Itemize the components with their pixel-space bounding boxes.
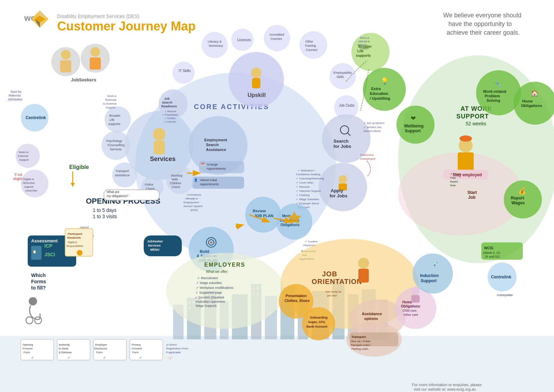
icp-label: ICP bbox=[44, 243, 52, 249]
transport-orient-text2: Own car / Public bbox=[350, 340, 370, 343]
jobseeker-menu-text2: Services bbox=[148, 244, 161, 247]
it-skills-text1: IT Skills bbox=[179, 69, 191, 73]
job-readiness-text1: Job bbox=[164, 97, 170, 100]
monitor-job: ✓ Monitor Job bbox=[364, 126, 382, 129]
psychology-text2: /Counselling bbox=[107, 143, 125, 147]
check-paid-text2: Paid bbox=[450, 176, 456, 179]
at-work-text2: SUPPORT bbox=[456, 113, 489, 120]
employer-disclosure-text2: Disclosure bbox=[94, 347, 107, 350]
svg-point-59 bbox=[411, 287, 420, 295]
broader-life-services-text3: supports bbox=[108, 122, 120, 126]
jobseeker-menu-text3: MENU bbox=[150, 248, 160, 251]
services-label: Services bbox=[150, 155, 176, 162]
commence-text2: officially in bbox=[185, 197, 198, 200]
svg-rect-55 bbox=[60, 60, 71, 72]
employers-title: EMPLOYERS bbox=[204, 262, 245, 268]
svg-point-72 bbox=[29, 297, 37, 305]
employment-search-text2: Search bbox=[206, 143, 219, 147]
refer-external-text3: Support bbox=[19, 158, 29, 161]
assistance-text1: Assistance bbox=[362, 312, 382, 316]
psychology-text3: Services bbox=[110, 148, 122, 151]
onboarding-text3: Bank Account bbox=[306, 325, 327, 328]
report-wages-text2: Wages bbox=[511, 201, 525, 205]
it-skills-circle bbox=[172, 62, 195, 84]
or-direct-text: or Direct bbox=[166, 343, 177, 346]
svg-text:🏠: 🏠 bbox=[531, 90, 539, 97]
svg-point-30 bbox=[251, 68, 261, 78]
refer-external-text2: External bbox=[18, 154, 28, 158]
employer-disclosure-text3: Form bbox=[96, 351, 103, 354]
obligations-text2: my obligations? bbox=[107, 194, 128, 198]
arrange-appointments-text2: Appointments bbox=[207, 167, 226, 170]
jsci-label: JSCI bbox=[44, 252, 55, 257]
svg-text:✓: ✓ bbox=[139, 356, 142, 359]
home-oblig-orient-text1: Home bbox=[402, 300, 412, 304]
wage-subsidies-text: ✓ Wage Subsidies bbox=[296, 198, 319, 201]
confirm-placement-text: ✓ Confirm bbox=[305, 240, 318, 243]
apply-jobs-text1: Apply bbox=[331, 188, 343, 193]
authority-text3: & Release bbox=[59, 351, 72, 354]
wcig-weeks-text1: WCIG bbox=[484, 246, 493, 250]
employers-subtitle: What we offer: bbox=[206, 270, 228, 274]
check-paid-text4: Role bbox=[450, 184, 456, 187]
commence-text3: Employment bbox=[184, 201, 199, 204]
cover-letter-text: ✓ Cover letter bbox=[296, 181, 314, 184]
svg-text:✓: ✓ bbox=[31, 356, 34, 359]
svg-rect-63 bbox=[458, 152, 474, 171]
logo-group: wcig bbox=[24, 10, 48, 28]
handbook-text3: Rights & bbox=[68, 241, 77, 244]
arrange-appointments-text1: Arrange bbox=[207, 163, 218, 166]
svg-point-73 bbox=[26, 317, 33, 324]
induction-text1: Induction bbox=[420, 273, 439, 278]
transport-services-text1: Transport bbox=[116, 169, 129, 173]
broader-life-services-circle bbox=[105, 106, 131, 133]
clothing-text: ✓ Clothing bbox=[296, 194, 310, 197]
start-referred-text1: Start for bbox=[10, 90, 21, 93]
svg-text:✓ Presentation: ✓ Presentation bbox=[162, 114, 178, 116]
coaching-text: ✓ Coaching/Mentoring bbox=[296, 177, 324, 180]
home-oblig-atwork-text2: Obligations bbox=[521, 104, 542, 108]
eligible-other-text1: Eligible to bbox=[24, 178, 34, 181]
if-not-eligible-text1: If not bbox=[15, 173, 22, 177]
presentation-text2: Clothes, Shoes bbox=[285, 299, 310, 303]
svg-point-48 bbox=[77, 250, 82, 256]
work-referrals-text2: Referrals bbox=[105, 98, 116, 101]
other-training-text3: Courses bbox=[306, 48, 318, 52]
attend-appointment-icon: 👤 bbox=[194, 178, 198, 182]
report-wages-text1: Report bbox=[511, 196, 524, 201]
commence-text5: (ESS) bbox=[190, 208, 198, 212]
tagline-line1: We believe everyone should bbox=[443, 12, 521, 19]
induction-text2: Support bbox=[421, 278, 437, 283]
job-readiness-text2: Search bbox=[162, 101, 172, 104]
centrelink-label: Centrelink bbox=[26, 115, 46, 120]
broader-life-services-text1: Broader bbox=[109, 114, 120, 117]
svg-text:☞: ☞ bbox=[168, 355, 173, 361]
work-referrals-text1: Work & bbox=[107, 95, 117, 98]
wellbeing-text1: Wellbeing bbox=[404, 124, 423, 128]
employability-text1: Employability bbox=[333, 71, 352, 74]
svg-point-36 bbox=[153, 128, 166, 141]
employer-disclosure-text1: Employer bbox=[95, 343, 107, 346]
handbook-text1: Participant bbox=[68, 232, 82, 235]
svg-rect-60 bbox=[411, 295, 420, 303]
other-training-text2: Training bbox=[305, 44, 316, 47]
police-check-text1: Police bbox=[145, 183, 153, 186]
unemployed-text1: If becomes bbox=[360, 153, 374, 157]
employer-offer2: ✓ Wage subsidies bbox=[196, 281, 222, 285]
other-training-text1: Other bbox=[305, 40, 313, 43]
svg-text:💡: 💡 bbox=[381, 77, 389, 85]
home-oblig-orient-text3: Child care, bbox=[402, 309, 417, 312]
commence-text4: Service System bbox=[184, 205, 203, 208]
svg-rect-57 bbox=[90, 57, 101, 70]
wcig-weeks-text2: (Week 4, 13, bbox=[483, 251, 501, 255]
wcig-referrals-text2: referrals to bbox=[358, 40, 370, 43]
employer-offer5: ✓ DAAWS (Disabled bbox=[195, 296, 224, 299]
home-oblig-atwork-text1: Home bbox=[522, 99, 533, 103]
broader-supports-top-text2: Life bbox=[357, 49, 364, 53]
setup-mygov: ✓ Set up MyGov bbox=[364, 122, 384, 125]
wwc-check-circle bbox=[166, 166, 194, 194]
journey-map-svg: wcig Disability Employment Services (DES… bbox=[0, 0, 554, 392]
svg-point-44 bbox=[210, 241, 212, 243]
svg-text:✓ Resume: ✓ Resume bbox=[164, 110, 176, 113]
transport-orient-text1: Transport bbox=[351, 335, 366, 339]
